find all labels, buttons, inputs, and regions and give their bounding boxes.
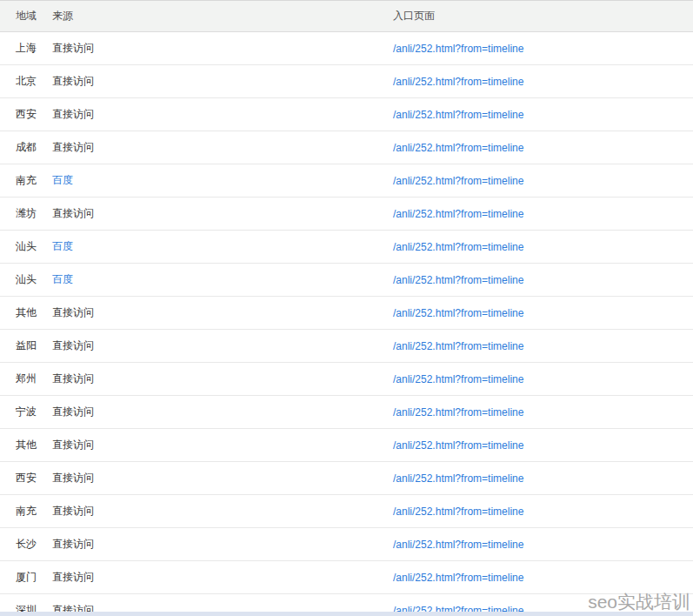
region-cell: 南充 — [0, 504, 52, 519]
region-cell: 郑州 — [0, 372, 52, 386]
source-cell: 直接访问 — [52, 107, 393, 122]
entry-page-column-header: 入口页面 — [393, 9, 693, 23]
source-column-header: 来源 — [52, 9, 393, 23]
entry-page-link[interactable]: /anli/252.html?from=timeline — [393, 43, 523, 55]
region-cell: 汕头 — [0, 272, 52, 287]
source-cell: 直接访问 — [52, 438, 393, 452]
table-row: 北京 直接访问 /anli/252.html?from=timeline — [0, 65, 693, 98]
source-link[interactable]: 百度 — [52, 240, 73, 252]
table-row: 汕头 百度 /anli/252.html?from=timeline — [0, 264, 693, 297]
region-cell: 上海 — [0, 41, 52, 56]
source-cell: 直接访问 — [52, 338, 393, 353]
source-cell: 直接访问 — [52, 206, 393, 221]
seo-watermark: seo实战培训 — [588, 593, 690, 612]
table-row: 厦门 直接访问 /anli/252.html?from=timeline — [0, 561, 693, 594]
region-cell: 其他 — [0, 305, 52, 320]
source-cell: 直接访问 — [52, 537, 393, 552]
source-cell: 直接访问 — [52, 305, 393, 320]
entry-page-link[interactable]: /anli/252.html?from=timeline — [393, 406, 523, 418]
table-row: 西安 直接访问 /anli/252.html?from=timeline — [0, 462, 693, 495]
region-cell: 厦门 — [0, 570, 52, 585]
region-cell: 西安 — [0, 471, 52, 485]
table-row: 汕头 百度 /anli/252.html?from=timeline — [0, 231, 693, 264]
table-row: 长沙 直接访问 /anli/252.html?from=timeline — [0, 528, 693, 561]
region-cell: 成都 — [0, 140, 52, 155]
source-cell: 直接访问 — [52, 504, 393, 519]
entry-page-link[interactable]: /anli/252.html?from=timeline — [393, 241, 523, 253]
entry-page-link[interactable]: /anli/252.html?from=timeline — [393, 572, 523, 584]
region-cell: 宁波 — [0, 405, 52, 419]
table-row: 其他 直接访问 /anli/252.html?from=timeline — [0, 297, 693, 330]
entry-page-link[interactable]: /anli/252.html?from=timeline — [393, 307, 523, 319]
source-link[interactable]: 百度 — [52, 174, 73, 186]
entry-page-link[interactable]: /anli/252.html?from=timeline — [393, 208, 523, 220]
table-row: 郑州 直接访问 /anli/252.html?from=timeline — [0, 363, 693, 396]
source-cell: 直接访问 — [52, 41, 393, 56]
table-row: 南充 百度 /anli/252.html?from=timeline — [0, 164, 693, 198]
table-row: 宁波 直接访问 /anli/252.html?from=timeline — [0, 396, 693, 429]
region-cell: 南充 — [0, 173, 52, 188]
source-link[interactable]: 百度 — [52, 273, 73, 285]
region-cell: 北京 — [0, 74, 52, 89]
source-cell: 直接访问 — [52, 74, 393, 89]
entry-page-link[interactable]: /anli/252.html?from=timeline — [393, 175, 523, 187]
entry-page-link[interactable]: /anli/252.html?from=timeline — [393, 274, 523, 286]
source-cell: 直接访问 — [52, 570, 393, 585]
source-cell: 直接访问 — [52, 405, 393, 419]
entry-page-link[interactable]: /anli/252.html?from=timeline — [393, 539, 523, 551]
bottom-scroll-strip[interactable] — [0, 612, 693, 616]
entry-page-link[interactable]: /anli/252.html?from=timeline — [393, 76, 523, 88]
source-cell: 直接访问 — [52, 140, 393, 155]
table-header-row: 地域 来源 入口页面 — [0, 0, 693, 32]
region-cell: 长沙 — [0, 537, 52, 552]
region-column-header: 地域 — [0, 9, 52, 23]
source-cell: 直接访问 — [52, 471, 393, 485]
entry-page-link[interactable]: /anli/252.html?from=timeline — [393, 142, 523, 154]
table-row: 益阳 直接访问 /anli/252.html?from=timeline — [0, 330, 693, 363]
region-cell: 汕头 — [0, 239, 52, 254]
table-row: 上海 直接访问 /anli/252.html?from=timeline — [0, 32, 693, 65]
entry-page-link[interactable]: /anli/252.html?from=timeline — [393, 109, 523, 121]
table-row: 其他 直接访问 /anli/252.html?from=timeline — [0, 429, 693, 462]
entry-page-link[interactable]: /anli/252.html?from=timeline — [393, 472, 523, 485]
table-row: 西安 直接访问 /anli/252.html?from=timeline — [0, 98, 693, 131]
region-cell: 益阳 — [0, 338, 52, 353]
table-row: 成都 直接访问 /anli/252.html?from=timeline — [0, 131, 693, 164]
entry-page-link[interactable]: /anli/252.html?from=timeline — [393, 439, 523, 452]
visitor-table-screen: 地域 来源 入口页面 上海 直接访问 /anli/252.html?from=t… — [0, 0, 693, 616]
entry-page-link[interactable]: /anli/252.html?from=timeline — [393, 373, 523, 385]
entry-page-link[interactable]: /anli/252.html?from=timeline — [393, 506, 523, 518]
region-cell: 西安 — [0, 107, 52, 122]
entry-page-link[interactable]: /anli/252.html?from=timeline — [393, 340, 523, 352]
region-cell: 潍坊 — [0, 206, 52, 221]
table-row: 南充 直接访问 /anli/252.html?from=timeline — [0, 495, 693, 528]
table-row: 潍坊 直接访问 /anli/252.html?from=timeline — [0, 198, 693, 231]
region-cell: 其他 — [0, 438, 52, 452]
source-cell: 直接访问 — [52, 372, 393, 386]
